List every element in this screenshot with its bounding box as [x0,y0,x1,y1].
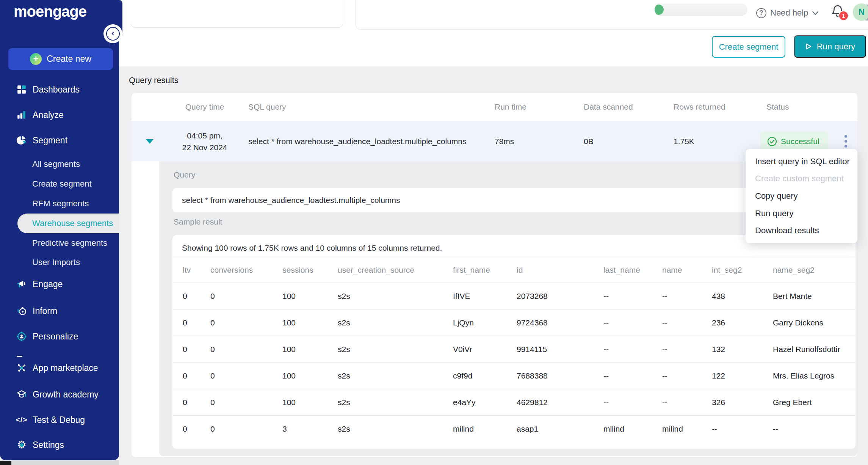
sidebar-item-all-segments[interactable]: All segments [0,155,119,173]
create-segment-button[interactable]: Create segment [712,36,785,58]
plus-icon: + [30,53,42,65]
run-query-label: Run query [817,42,855,52]
bottom-strip [0,460,119,465]
app-marketplace-icon [17,363,27,373]
sample-summary: Showing 100 rows of 1.75K rows and 10 co… [182,243,442,253]
sidebar-item-segment[interactable]: Segment [0,130,119,150]
sidebar-item-user-imports[interactable]: User Imports [0,253,119,272]
sidebar-item-test-debug[interactable]: </> Test & Debug [0,410,119,430]
table-row: 003s2smilindasap1milindmilind---- [172,415,855,442]
sidebar-item-engage[interactable]: Engage [0,274,119,294]
menu-item-create-custom-segment: Create custom segment [746,170,857,188]
sidebar-item-personalize[interactable]: Personalize [0,327,119,346]
sidebar-item-label: Dashboards [33,85,80,95]
question-icon: ? [756,8,766,18]
create-new-button[interactable]: + Create new [8,48,113,70]
status-label: Successful [781,137,819,146]
need-help-label: Need help [770,8,808,18]
col-id: id [517,265,603,275]
col-query-time: Query time [167,102,243,112]
moengage-logo: moengage [14,3,86,20]
sidebar-item-label: Engage [33,279,63,289]
engage-icon [17,279,27,289]
sidebar-item-label: Personalize [33,331,78,342]
table-row: 00100s2sIfIVE2073268----438Bert Mante [172,283,855,309]
notifications-button[interactable]: 1 [831,4,849,24]
col-sql-query: SQL query [243,102,489,112]
col-first-name: first_name [453,265,517,275]
col-data-scanned: Data scanned [578,102,668,112]
collapse-row-arrow[interactable] [146,139,154,144]
table-row: 00100s2sV0iVr9914115----132Hazel Runolfs… [172,336,855,362]
sidebar-item-create-segment[interactable]: Create segment [0,175,119,193]
sidebar-item-label: Segment [33,135,67,146]
sidebar-item-dashboards[interactable]: Dashboards [0,80,119,99]
analyze-icon [17,110,27,120]
sidebar-item-inform[interactable]: Inform [0,301,119,321]
sql-query-cell: select * from warehouse_audience_loadtes… [243,137,489,146]
app-window: ? Need help 1 N Create segment Run query… [0,0,868,465]
sidebar-collapse-button[interactable]: ‹ [106,27,120,41]
user-avatar[interactable]: N [853,3,868,21]
dashboards-icon [17,85,27,94]
sidebar-item-warehouse-segments[interactable]: Warehouse segments [17,214,119,233]
sidebar-item-predictive-segments[interactable]: Predictive segments [0,234,119,252]
menu-item-run-query[interactable]: Run query [746,205,857,222]
query-label: Query [174,170,195,179]
notification-count-badge: 1 [838,11,849,21]
run-query-button[interactable]: Run query [794,35,866,58]
need-help-menu[interactable]: ? Need help [756,6,819,20]
sidebar-item-label: Inform [33,306,57,316]
sidebar-item-label: Analyze [33,110,64,120]
data-scanned-cell: 0B [578,137,668,146]
sidebar-item-analyze[interactable]: Analyze [0,105,119,125]
sidebar-item-rfm-segments[interactable]: RFM segments [0,195,119,213]
bottom-corner [0,461,11,465]
sample-header-row: ltv conversions sessions user_creation_s… [172,257,855,283]
inform-icon [17,306,27,316]
status-badge: Successful [760,132,828,151]
col-conversions: conversions [210,265,282,275]
results-header-row: Query time SQL query Run time Data scann… [132,93,857,121]
test-debug-icon: </> [17,415,27,425]
page-title: Query results [129,75,179,85]
chevron-down-icon [812,11,819,15]
row-actions-context-menu: Insert query in SQL editor Create custom… [746,149,857,243]
sidebar-divider [17,356,22,357]
create-new-label: Create new [47,54,91,64]
col-sessions: sessions [282,265,338,275]
col-user-creation-source: user_creation_source [338,265,453,275]
col-int-seg2: int_seg2 [712,265,773,275]
sidebar-item-label: Growth academy [33,390,99,400]
green-dot-icon [655,5,664,15]
query-results-card: Query time SQL query Run time Data scann… [132,93,857,457]
row-actions-menu-button[interactable] [834,135,857,148]
sql-editor-partial-box [131,0,343,28]
col-ltv: ltv [183,265,210,275]
sidebar-item-settings[interactable]: ⚙ Settings [0,435,119,455]
sidebar-item-app-marketplace[interactable]: App marketplace [0,358,119,378]
settings-icon: ⚙ [17,440,27,450]
rows-returned-cell: 1.75K [668,137,758,146]
sidebar-item-growth-academy[interactable]: Growth academy [0,385,119,404]
run-time-cell: 78ms [489,137,578,146]
menu-item-copy-query[interactable]: Copy query [746,187,857,205]
play-icon [805,43,812,50]
check-circle-icon [767,137,777,146]
segment-icon [17,135,27,145]
col-rows-returned: Rows returned [668,102,758,112]
sidebar-item-label: Test & Debug [33,415,85,425]
table-row: 00100s2se4aYy4629812----326Greg Ebert [172,389,855,415]
col-name: name [662,265,712,275]
search-loading-pill[interactable] [655,3,747,16]
sidebar: moengage + Create new Dashboards Analyze… [0,0,119,460]
menu-item-insert-query[interactable]: Insert query in SQL editor [746,153,857,170]
sample-result-box: Showing 100 rows of 1.75K rows and 10 co… [172,235,855,449]
sidebar-item-label: App marketplace [33,363,98,373]
query-time-cell: 04:05 pm, 22 Nov 2024 [167,130,243,153]
growth-academy-icon [17,390,27,399]
sample-rows: 00100s2sIfIVE2073268----438Bert Mante 00… [172,283,855,442]
menu-item-download-results[interactable]: Download results [746,222,857,239]
col-run-time: Run time [489,102,578,112]
sample-result-label: Sample result [174,217,222,226]
